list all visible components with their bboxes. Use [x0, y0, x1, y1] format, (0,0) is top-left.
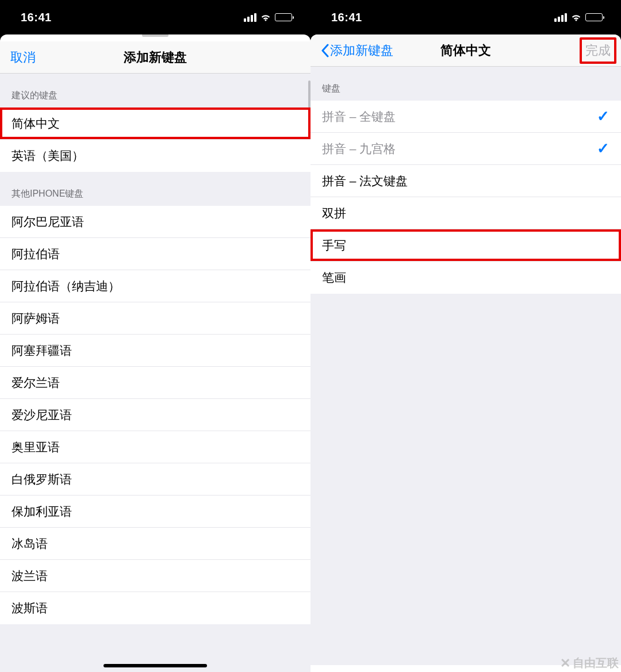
other-keyboard-row[interactable]: 阿拉伯语（纳吉迪） [0, 270, 310, 302]
sheet-grabber[interactable] [142, 34, 168, 37]
done-button[interactable]: 完成 [585, 42, 611, 59]
row-label: 阿拉伯语 [12, 246, 299, 262]
row-label: 奥里亚语 [12, 439, 299, 455]
back-button[interactable]: 添加新键盘 [321, 42, 393, 59]
row-label: 冰岛语 [12, 536, 299, 552]
status-time: 16:41 [21, 11, 52, 24]
row-label: 白俄罗斯语 [12, 471, 299, 487]
row-label: 拼音 – 九宫格 [322, 141, 597, 157]
row-label: 波兰语 [12, 568, 299, 584]
row-label: 英语（美国） [12, 148, 299, 164]
section-header-other: 其他IPHONE键盘 [0, 172, 310, 206]
row-label: 阿塞拜疆语 [12, 343, 299, 359]
battery-icon [585, 13, 603, 21]
phone-right: 16:41 添加新键盘 简体中文 完成 键盘 拼音 – 全键盘✓拼音 [310, 0, 621, 672]
nav-title: 添加新键盘 [85, 49, 225, 66]
row-label: 保加利亚语 [12, 504, 299, 520]
row-label: 笔画 [322, 270, 610, 286]
cellular-icon [554, 13, 567, 22]
row-label: 手写 [322, 237, 610, 254]
other-keyboard-row[interactable]: 波兰语 [0, 560, 310, 592]
other-keyboard-row[interactable]: 奥里亚语 [0, 431, 310, 463]
suggested-keyboard-row[interactable]: 英语（美国） [0, 140, 310, 172]
row-label: 阿尔巴尼亚语 [12, 214, 299, 230]
other-keyboard-row[interactable]: 阿塞拜疆语 [0, 335, 310, 367]
modal-sheet: 添加新键盘 简体中文 完成 键盘 拼音 – 全键盘✓拼音 – 九宫格✓拼音 – … [310, 34, 621, 672]
back-label: 添加新键盘 [330, 42, 393, 59]
checkmark-icon: ✓ [597, 107, 610, 125]
row-label: 阿拉伯语（纳吉迪） [12, 278, 299, 294]
other-keyboard-row[interactable]: 阿拉伯语 [0, 238, 310, 270]
home-indicator[interactable] [103, 664, 207, 667]
status-bar: 16:41 [0, 0, 310, 34]
nav-title: 简体中文 [396, 42, 536, 59]
other-keyboard-row[interactable]: 冰岛语 [0, 528, 310, 560]
row-label: 拼音 – 全键盘 [322, 109, 597, 125]
keyboard-option-row[interactable]: 拼音 – 九宫格✓ [310, 133, 621, 165]
watermark: ✕自由互联 [560, 655, 619, 671]
keyboard-option-row[interactable]: 拼音 – 全键盘✓ [310, 101, 621, 133]
wifi-icon [260, 13, 271, 22]
keyboard-option-row[interactable]: 拼音 – 法文键盘 [310, 165, 621, 197]
wifi-icon [570, 13, 582, 22]
chevron-left-icon [321, 44, 329, 57]
cancel-button[interactable]: 取消 [10, 49, 36, 66]
keyboard-options: 键盘 拼音 – 全键盘✓拼音 – 九宫格✓拼音 – 法文键盘双拼手写笔画 [310, 67, 621, 665]
checkmark-icon: ✓ [597, 140, 610, 158]
phone-left: 16:41 取消 添加新键盘 建议的键盘 简体中文英语（美国） 其他IPHONE… [0, 0, 310, 672]
other-keyboard-row[interactable]: 爱沙尼亚语 [0, 399, 310, 431]
keyboard-option-row[interactable]: 双拼 [310, 197, 621, 229]
status-icons [244, 13, 292, 22]
cellular-icon [244, 13, 256, 22]
other-keyboard-row[interactable]: 阿尔巴尼亚语 [0, 206, 310, 238]
nav-bar: 添加新键盘 简体中文 完成 [310, 34, 621, 67]
other-keyboard-row[interactable]: 爱尔兰语 [0, 367, 310, 399]
done-button-highlight: 完成 [580, 37, 616, 64]
status-time: 16:41 [331, 11, 362, 24]
row-label: 波斯语 [12, 600, 299, 616]
modal-sheet: 取消 添加新键盘 建议的键盘 简体中文英语（美国） 其他IPHONE键盘 阿尔巴… [0, 34, 310, 672]
row-label: 爱尔兰语 [12, 375, 299, 391]
section-header-keyboards: 键盘 [310, 67, 621, 101]
other-keyboard-row[interactable]: 白俄罗斯语 [0, 463, 310, 496]
row-label: 拼音 – 法文键盘 [322, 173, 610, 189]
status-bar: 16:41 [310, 0, 621, 34]
section-header-suggested: 建议的键盘 [0, 74, 310, 107]
other-keyboard-row[interactable]: 阿萨姆语 [0, 302, 310, 335]
row-label: 双拼 [322, 205, 610, 221]
suggested-keyboard-row[interactable]: 简体中文 [0, 107, 310, 140]
keyboard-option-row[interactable]: 手写 [310, 229, 621, 262]
keyboard-option-row[interactable]: 笔画 [310, 262, 621, 294]
row-label: 简体中文 [12, 116, 299, 132]
status-icons [554, 13, 603, 22]
battery-icon [275, 13, 292, 21]
keyboard-list[interactable]: 建议的键盘 简体中文英语（美国） 其他IPHONE键盘 阿尔巴尼亚语阿拉伯语阿拉… [0, 74, 310, 672]
nav-bar: 取消 添加新键盘 [0, 41, 310, 74]
row-label: 阿萨姆语 [12, 310, 299, 327]
other-keyboard-row[interactable]: 波斯语 [0, 592, 310, 624]
other-keyboard-row[interactable]: 保加利亚语 [0, 496, 310, 528]
row-label: 爱沙尼亚语 [12, 407, 299, 423]
